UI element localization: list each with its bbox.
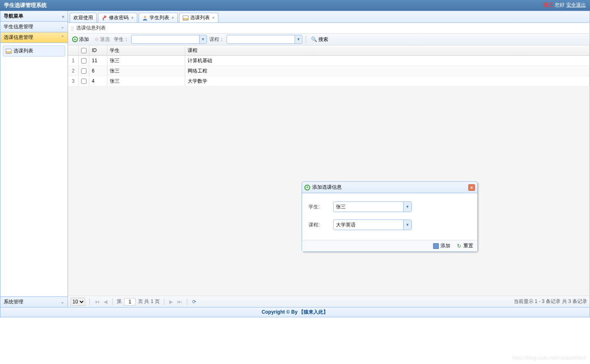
page-input[interactable] bbox=[124, 298, 136, 305]
add-button[interactable]: 添加 bbox=[70, 35, 91, 44]
accordion-label: 学生信息管理 bbox=[4, 23, 33, 30]
separator bbox=[306, 36, 306, 43]
prev-page-icon[interactable]: ◀ bbox=[103, 299, 108, 305]
table-row[interactable]: 2 6 张三 网络工程 bbox=[68, 66, 590, 76]
close-icon[interactable]: × bbox=[172, 16, 174, 20]
tab-label: 学生列表 bbox=[150, 14, 169, 21]
grid-header: ID 学生 课程 bbox=[68, 45, 590, 56]
cell-student: 张三 bbox=[107, 66, 185, 76]
table-row[interactable]: 3 4 张三 大学数学 bbox=[68, 76, 590, 86]
last-page-icon[interactable]: ⏭ bbox=[176, 299, 183, 305]
col-check-header[interactable] bbox=[79, 45, 89, 55]
form-row-student: 学生: ▼ bbox=[309, 201, 471, 212]
panel-title: 选课信息列表 bbox=[76, 25, 106, 32]
row-checkbox[interactable] bbox=[81, 58, 86, 63]
search-button[interactable]: 🔍 搜索 bbox=[309, 35, 330, 44]
sidebar-header[interactable]: 导航菜单 « bbox=[0, 11, 68, 22]
table-row[interactable]: 1 11 张三 计算机基础 bbox=[68, 56, 590, 66]
cell-course: 大学数学 bbox=[185, 76, 590, 86]
nav-item-label: 选课列表 bbox=[14, 47, 33, 54]
dialog-title: 添加选课信息 bbox=[312, 184, 342, 191]
close-icon[interactable]: × bbox=[212, 16, 215, 20]
copyright: Copyright © By 【猿来入此】 bbox=[262, 309, 329, 316]
search-label: 搜索 bbox=[318, 36, 328, 43]
tab-label: 选课列表 bbox=[190, 14, 210, 21]
row-check[interactable] bbox=[79, 56, 89, 66]
page-prefix: 第 bbox=[117, 298, 122, 305]
course-input[interactable] bbox=[334, 220, 403, 230]
close-icon[interactable]: × bbox=[131, 16, 134, 20]
separator bbox=[164, 298, 164, 305]
dialog-header[interactable]: 添加选课信息 × bbox=[302, 182, 477, 193]
chevron-down-icon[interactable]: ▼ bbox=[295, 35, 302, 43]
separator bbox=[187, 298, 187, 305]
tabs-bar: 欢迎使用 修改密码 × 学生列表 × 选课列表 × bbox=[68, 11, 590, 23]
nav-course-list[interactable]: 选课列表 bbox=[3, 45, 65, 57]
tab-change-password[interactable]: 修改密码 × bbox=[98, 13, 137, 23]
dialog-reset-button[interactable]: ↻ 重置 bbox=[456, 242, 473, 249]
accordion-student-info[interactable]: 学生信息管理 ⌄ bbox=[0, 22, 68, 32]
cell-id: 6 bbox=[89, 66, 107, 76]
pager: 10 ⏮ ◀ 第 页 共 1 页 ▶ ⏭ ⟳ 当前显示 1 - 3 条记录 共 … bbox=[68, 296, 590, 307]
student-filter-combo[interactable]: ▼ bbox=[131, 35, 207, 44]
tab-label: 欢迎使用 bbox=[73, 14, 93, 21]
row-check[interactable] bbox=[79, 66, 89, 76]
student-input[interactable] bbox=[334, 202, 403, 212]
tab-course-list[interactable]: 选课列表 × bbox=[179, 13, 218, 23]
course-filter-input[interactable] bbox=[227, 35, 295, 43]
course-combo[interactable]: ▼ bbox=[333, 219, 412, 230]
dialog-add-button[interactable]: 添加 bbox=[433, 242, 450, 249]
grid-body: 1 11 张三 计算机基础 2 6 张三 网络工程 3 4 张三 大学数学 bbox=[68, 56, 590, 296]
first-page-icon[interactable]: ⏮ bbox=[94, 299, 100, 305]
row-checkbox[interactable] bbox=[81, 79, 86, 84]
student-label: 学生: bbox=[309, 203, 333, 210]
row-num: 2 bbox=[68, 66, 79, 76]
col-id-header[interactable]: ID bbox=[89, 45, 107, 55]
student-combo[interactable]: ▼ bbox=[333, 201, 412, 212]
accordion-label: 系统管理 bbox=[4, 298, 23, 305]
refresh-icon[interactable]: ⟳ bbox=[191, 299, 197, 305]
cell-student: 张三 bbox=[107, 56, 185, 66]
accordion-course-selection[interactable]: 选课信息管理 ⌃ bbox=[0, 32, 68, 43]
page-size-select[interactable]: 10 bbox=[70, 298, 85, 306]
header-right: 张三 您好 安全退出 bbox=[543, 2, 586, 9]
course-label: 课程: bbox=[309, 222, 333, 228]
content-area: 欢迎使用 修改密码 × 学生列表 × 选课列表 × 选课信息列表 bbox=[68, 11, 590, 307]
accordion-system[interactable]: 系统管理 ⌄ bbox=[0, 296, 68, 307]
footer: Copyright © By 【猿来入此】 bbox=[0, 307, 590, 317]
page-suffix: 页 共 1 页 bbox=[138, 298, 160, 305]
chevron-down-icon[interactable]: ▼ bbox=[403, 220, 411, 230]
book-icon bbox=[183, 16, 188, 20]
remove-label: 退选 bbox=[100, 36, 110, 43]
remove-icon: ⊖ bbox=[95, 36, 99, 42]
chevron-down-icon[interactable]: ▼ bbox=[199, 35, 206, 43]
add-btn-label: 添加 bbox=[440, 242, 450, 249]
next-page-icon[interactable]: ▶ bbox=[168, 299, 174, 305]
dialog-body: 学生: ▼ 课程: ▼ bbox=[302, 193, 477, 240]
check-all[interactable] bbox=[81, 48, 86, 53]
expand-icon: ⌄ bbox=[61, 24, 64, 29]
sidebar: 导航菜单 « 学生信息管理 ⌄ 选课信息管理 ⌃ 选课列表 系统管理 ⌄ bbox=[0, 11, 68, 307]
svg-point-0 bbox=[144, 16, 146, 18]
cell-id: 11 bbox=[89, 56, 107, 66]
greeting-text: 您好 bbox=[555, 2, 565, 9]
save-icon bbox=[433, 243, 439, 249]
plus-icon bbox=[304, 185, 310, 190]
app-header: 学生选课管理系统 张三 您好 安全退出 bbox=[0, 0, 590, 11]
student-filter-input[interactable] bbox=[132, 35, 199, 43]
accordion-label: 选课信息管理 bbox=[4, 34, 33, 41]
col-course-header[interactable]: 课程 bbox=[185, 45, 590, 55]
col-student-header[interactable]: 学生 bbox=[107, 45, 185, 55]
student-filter-label: 学生： bbox=[114, 36, 129, 43]
row-checkbox[interactable] bbox=[81, 68, 86, 74]
row-check[interactable] bbox=[79, 76, 89, 86]
chevron-down-icon[interactable]: ▼ bbox=[403, 202, 411, 212]
remove-button[interactable]: ⊖ 退选 bbox=[93, 35, 111, 44]
tab-student-list[interactable]: 学生列表 × bbox=[138, 13, 178, 23]
collapse-icon[interactable]: « bbox=[62, 14, 64, 19]
close-icon[interactable]: × bbox=[468, 184, 475, 191]
tab-welcome[interactable]: 欢迎使用 bbox=[70, 13, 97, 23]
logout-link[interactable]: 安全退出 bbox=[566, 2, 586, 9]
course-filter-combo[interactable]: ▼ bbox=[227, 35, 302, 44]
tab-label: 修改密码 bbox=[109, 14, 129, 21]
